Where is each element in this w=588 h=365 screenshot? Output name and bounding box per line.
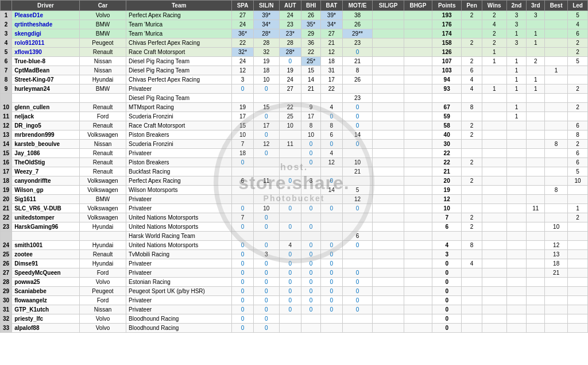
row-siln: 12 (253, 140, 279, 149)
row-wins (482, 314, 506, 324)
row-bhgp (404, 204, 432, 213)
row-pos: 3 (1, 29, 12, 39)
row-team: Race Craft Motorsport (126, 48, 232, 57)
row-team: Race Craft Motorsport (126, 121, 232, 130)
row-siln: 0 (253, 213, 279, 222)
row-spa: 0 (232, 296, 253, 305)
row-wins (482, 130, 506, 140)
row-points: 12 (432, 195, 461, 204)
row-wins (482, 103, 506, 112)
table-row: 33alpalof88VolvoBloodhound Racing000 (1, 324, 588, 333)
row-team: Privateer (126, 305, 232, 314)
row-best (545, 232, 568, 241)
row-best: 8 (545, 186, 568, 195)
row-pen: 2 (462, 121, 482, 130)
table-row: 13mrbrendon999VolkswagenPiston Breakers1… (1, 130, 588, 140)
row-driver: Wilson_gp (12, 186, 80, 195)
row-mote: 0 (342, 103, 373, 112)
row-siln: 0 (253, 314, 279, 324)
row-spa: 0 (232, 305, 253, 314)
row-bhgp (404, 158, 432, 167)
table-row: 9hurleyman24BMWPrivateer002721229341112 (1, 84, 588, 94)
row-team: Privateer (126, 84, 232, 94)
table-row: 30flowaangelzFordPrivateer0000000 (1, 296, 588, 305)
col-points: Points (432, 1, 461, 11)
row-pen (462, 167, 482, 176)
row-car: Ford (79, 268, 126, 278)
row-silgp (373, 278, 404, 287)
row-wins (482, 176, 506, 186)
row-wins (482, 167, 506, 176)
row-wins (482, 94, 506, 103)
row-spa: 17 (232, 112, 253, 121)
row-led: 2 (568, 48, 588, 57)
row-car: Volkswagen (79, 176, 126, 186)
row-silgp (373, 259, 404, 268)
row-spa: 32* (232, 48, 253, 57)
row-aut: 0 (279, 259, 301, 268)
row-bhi (301, 167, 321, 176)
row-3rd: 1 (527, 29, 545, 39)
row-mote: 0 (342, 112, 373, 121)
row-car: Nissan (79, 140, 126, 149)
row-best (545, 278, 568, 287)
row-siln: 3 (253, 250, 279, 259)
row-bhgp (404, 48, 432, 57)
row-2nd (506, 213, 527, 222)
row-led (568, 305, 588, 314)
row-3rd (527, 195, 545, 204)
row-car: Renault (79, 250, 126, 259)
row-wins: 1 (482, 84, 506, 94)
row-best (545, 29, 568, 39)
row-bhgp (404, 112, 432, 121)
row-bat: 0 (321, 241, 342, 250)
row-siln: 0 (253, 112, 279, 121)
row-best (545, 204, 568, 213)
row-pos: 10 (1, 103, 12, 112)
row-silgp (373, 48, 404, 57)
row-led (568, 195, 588, 204)
row-spa: 27 (232, 11, 253, 20)
row-3rd (527, 314, 545, 324)
row-bat: 39* (321, 11, 342, 20)
row-aut: 0 (279, 296, 301, 305)
row-car: BMW (79, 20, 126, 29)
table-row: 26Dimse91HyundaiPrivateer000000418 (1, 259, 588, 268)
row-team: United Nations Motorsports (126, 241, 232, 250)
row-bhgp (404, 314, 432, 324)
row-bhi: 10 (301, 130, 321, 140)
row-team: Chivas Perfect Apex Racing (126, 39, 232, 48)
row-driver: GTP_K1utch (12, 305, 80, 314)
row-siln: 32 (253, 48, 279, 57)
row-mote: 23 (342, 39, 373, 48)
row-led: 2 (568, 39, 588, 48)
row-spa: 10 (232, 130, 253, 140)
row-bhgp (404, 232, 432, 241)
row-points: 59 (432, 112, 461, 121)
row-spa: 3 (232, 75, 253, 84)
row-led (568, 314, 588, 324)
row-siln: 0 (253, 324, 279, 333)
row-led (568, 186, 588, 195)
row-bhi: 0 (301, 296, 321, 305)
row-pen (462, 204, 482, 213)
row-driver: DR_ingo5 (12, 121, 80, 130)
row-aut: 0 (279, 222, 301, 232)
row-car: Volvo (79, 11, 126, 20)
row-led: 6 (568, 121, 588, 130)
row-pen (462, 232, 482, 241)
row-silgp (373, 140, 404, 149)
row-3rd: 1 (527, 75, 545, 84)
row-3rd (527, 149, 545, 158)
row-pos: 28 (1, 278, 12, 287)
row-wins (482, 158, 506, 167)
row-wins (482, 186, 506, 195)
row-spa: 0 (232, 278, 253, 287)
row-driver (12, 232, 80, 241)
row-bhi: 0 (301, 149, 321, 158)
row-car: Volvo (79, 278, 126, 287)
row-bhi: 22 (301, 48, 321, 57)
row-silgp (373, 195, 404, 204)
row-siln: 0 (253, 278, 279, 287)
col-aut: AUT (279, 1, 301, 11)
